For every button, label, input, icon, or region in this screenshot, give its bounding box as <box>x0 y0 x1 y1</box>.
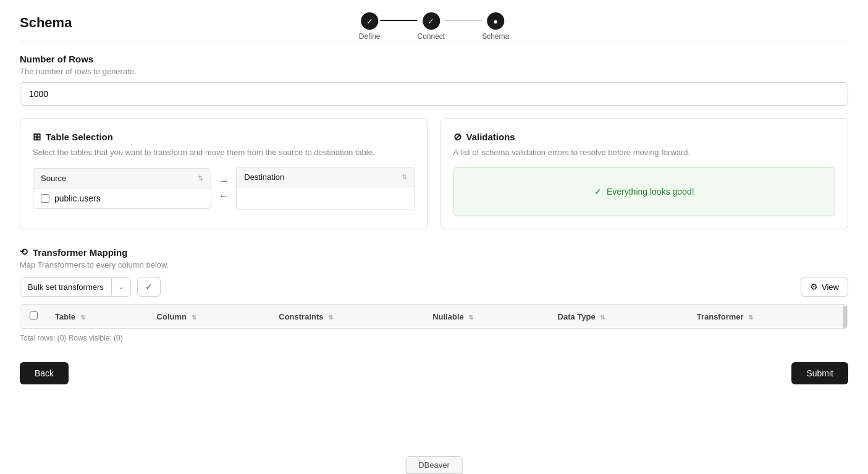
validation-success-box: ✓ Everything looks good! <box>453 167 836 216</box>
source-checkbox-public-users[interactable] <box>41 194 49 203</box>
source-sort-icon[interactable]: ⇅ <box>198 174 203 182</box>
scrollbar-thumb[interactable] <box>843 306 847 329</box>
step-connect: ✓ Connect <box>417 12 445 41</box>
th-transformer[interactable]: Transformer ⇅ <box>688 305 848 328</box>
th-column-sort-icon[interactable]: ⇅ <box>192 314 196 321</box>
th-checkbox <box>21 305 47 328</box>
source-label: Source <box>41 174 66 183</box>
th-transformer-sort-icon[interactable]: ⇅ <box>748 314 753 321</box>
validation-icon: ⊘ <box>453 131 461 143</box>
th-data-type[interactable]: Data Type ⇅ <box>549 305 688 328</box>
table-mapping: Source ⇅ public.users → ← Desti <box>33 167 415 210</box>
step-connect-label: Connect <box>417 32 445 41</box>
view-label: View <box>822 282 839 292</box>
arrow-right-icon: → <box>219 176 229 187</box>
transformer-icon: ⟲ <box>20 247 28 258</box>
step-schema: ● Schema <box>482 12 509 41</box>
step-define-label: Define <box>359 32 381 41</box>
destination-column: Destination ⇅ <box>236 167 415 210</box>
stepper: ✓ Define ✓ Connect ● Schema <box>359 12 509 41</box>
transformer-table: Table ⇅ Column ⇅ Constraints ⇅ Nullabl <box>20 305 848 328</box>
th-nullable-sort-icon[interactable]: ⇅ <box>468 314 473 321</box>
select-all-checkbox[interactable] <box>30 311 38 320</box>
destination-sort-icon[interactable]: ⇅ <box>402 173 407 181</box>
validations-hint: A list of schema validation errors to re… <box>453 148 836 157</box>
bulk-select-chevron-icon[interactable]: ⌄ <box>111 278 130 295</box>
table-selection-hint: Select the tables that you want to trans… <box>33 148 415 157</box>
view-button[interactable]: ⚙ View <box>801 277 848 297</box>
th-table-sort-icon[interactable]: ⇅ <box>80 314 85 321</box>
back-button[interactable]: Back <box>20 362 69 384</box>
step-schema-circle: ● <box>487 12 504 30</box>
rows-input[interactable] <box>20 82 848 106</box>
source-row-public-users: public.users <box>33 188 211 208</box>
transformer-mapping-section: ⟲ Transformer Mapping Map Transformers t… <box>20 247 848 342</box>
rows-hint: The number of rows to generate. <box>20 67 848 76</box>
arrow-left-icon: ← <box>219 190 229 201</box>
transformer-hint: Map Transformers to every column below. <box>20 260 848 269</box>
transformer-title: ⟲ Transformer Mapping <box>20 247 848 258</box>
destination-header: Destination ⇅ <box>237 167 414 187</box>
th-nullable[interactable]: Nullable ⇅ <box>424 305 549 328</box>
validations-card: ⊘ Validations A list of schema validatio… <box>440 118 849 229</box>
validation-success-message: Everything looks good! <box>607 187 694 197</box>
step-define: ✓ Define <box>359 12 381 41</box>
step-line-2 <box>445 20 482 21</box>
rows-label: Number of Rows <box>20 54 848 64</box>
scrollbar-track[interactable] <box>843 305 848 328</box>
number-of-rows-section: Number of Rows The number of rows to gen… <box>20 54 848 106</box>
source-table-label: public.users <box>54 193 101 203</box>
th-constraints[interactable]: Constraints ⇅ <box>270 305 424 328</box>
source-column: Source ⇅ public.users <box>33 168 211 209</box>
destination-label: Destination <box>244 172 284 182</box>
bulk-set-transformers-select[interactable]: Bulk set transformers ⌄ <box>20 277 131 297</box>
bulk-check-button[interactable]: ✓ <box>137 277 161 297</box>
total-rows-label: Total rows: (0) Rows visible: (0) <box>20 334 848 342</box>
step-schema-label: Schema <box>482 32 509 41</box>
th-constraints-sort-icon[interactable]: ⇅ <box>328 314 333 321</box>
table-icon: ⊞ <box>33 131 41 143</box>
bulk-select-label: Bulk set transformers <box>20 278 111 296</box>
step-line-1 <box>380 20 417 21</box>
th-table[interactable]: Table ⇅ <box>46 305 148 328</box>
table-selection-title: ⊞ Table Selection <box>33 131 415 143</box>
step-define-circle: ✓ <box>361 12 378 30</box>
cards-row: ⊞ Table Selection Select the tables that… <box>20 118 848 229</box>
table-selection-card: ⊞ Table Selection Select the tables that… <box>20 118 428 229</box>
destination-rows <box>237 187 414 209</box>
page: Schema ✓ Define ✓ Connect ● Schema Numbe… <box>0 0 868 474</box>
th-data-type-sort-icon[interactable]: ⇅ <box>600 314 605 321</box>
dbeaver-hint: DBeaver <box>405 456 463 474</box>
divider-top <box>20 41 848 41</box>
checkmark-icon: ✓ <box>594 187 602 197</box>
table-header-row: Table ⇅ Column ⇅ Constraints ⇅ Nullabl <box>21 305 848 328</box>
source-header: Source ⇅ <box>33 169 211 188</box>
transformer-table-wrapper: Table ⇅ Column ⇅ Constraints ⇅ Nullabl <box>20 304 848 329</box>
submit-button[interactable]: Submit <box>791 362 848 384</box>
transfer-arrows: → ← <box>219 176 229 201</box>
view-icon: ⚙ <box>810 282 818 292</box>
step-connect-circle: ✓ <box>423 12 440 30</box>
transformer-toolbar: Bulk set transformers ⌄ ✓ ⚙ View <box>20 277 848 297</box>
footer: Back Submit <box>20 362 848 384</box>
validations-title: ⊘ Validations <box>453 131 836 143</box>
th-column[interactable]: Column ⇅ <box>148 305 271 328</box>
